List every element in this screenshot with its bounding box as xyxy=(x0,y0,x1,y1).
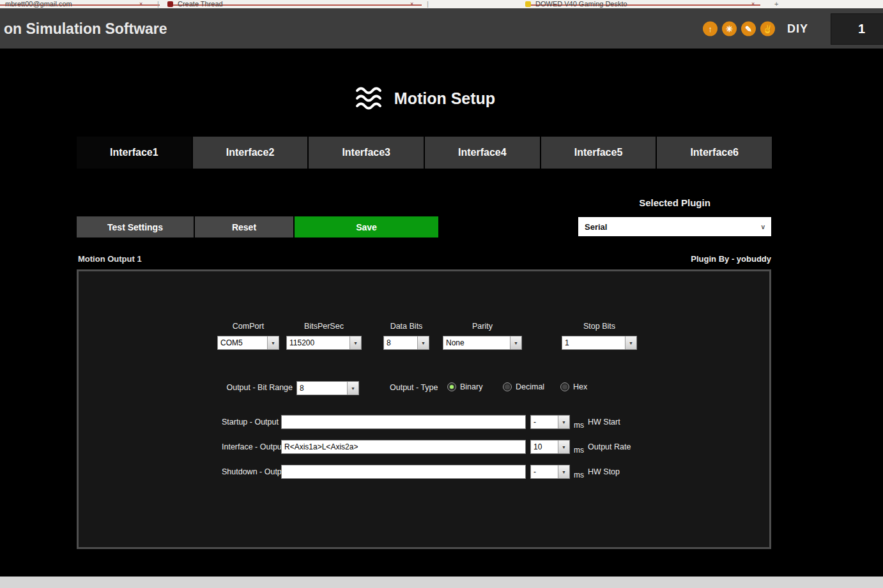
shutdown-output-input[interactable] xyxy=(281,465,526,479)
app-window: mbrett00@gmail.com × | Create Thread × |… xyxy=(0,0,883,588)
chevron-down-icon: ▼ xyxy=(351,386,355,391)
browser-tab-title[interactable]: DOWED V40 Gaming Deskto xyxy=(535,0,627,8)
selected-plugin-label: Selected Plugin xyxy=(578,197,771,208)
output-rate-label: Output Rate xyxy=(588,442,631,451)
tab-interface5[interactable]: Interface5 xyxy=(541,137,656,169)
hw-start-rate-value: - xyxy=(531,416,558,428)
combo-dropdown-button[interactable]: ▼ xyxy=(510,336,521,349)
output-rate-combo[interactable]: 10 ▼ xyxy=(530,440,570,454)
diy-label: DIY xyxy=(787,22,808,35)
databits-value: 8 xyxy=(384,336,417,349)
bitspersec-field: BitsPerSec 115200 ▼ xyxy=(286,320,362,350)
hand-icon[interactable]: ✌ xyxy=(760,21,775,36)
parity-combo[interactable]: None ▼ xyxy=(443,336,522,350)
up-arrow-icon[interactable]: ↑ xyxy=(703,21,718,36)
combo-dropdown-button[interactable]: ▼ xyxy=(417,336,429,349)
tab-interface1[interactable]: Interface1 xyxy=(77,137,192,169)
radio-decimal[interactable]: Decimal xyxy=(503,382,544,392)
plugin-select-value: Serial xyxy=(585,222,607,232)
output-rate-value: 10 xyxy=(531,441,558,453)
browser-tab-title[interactable]: Create Thread xyxy=(178,0,223,8)
gear-icon[interactable]: ✳ xyxy=(722,21,737,36)
waves-icon xyxy=(353,86,384,111)
radio-hex-label: Hex xyxy=(573,382,587,391)
radio-binary-label: Binary xyxy=(460,382,482,391)
combo-dropdown-button[interactable]: ▼ xyxy=(267,336,279,349)
page-title: Motion Setup xyxy=(394,89,495,108)
counter-box: 1 xyxy=(831,13,883,45)
bit-range-combo[interactable]: 8 ▼ xyxy=(296,381,359,395)
chevron-down-icon: ▼ xyxy=(353,341,358,345)
reset-button[interactable]: Reset xyxy=(195,216,293,237)
chevron-down-icon: v xyxy=(761,223,765,230)
comport-combo[interactable]: COM5 ▼ xyxy=(217,336,279,350)
header-icon-row: ↑ ✳ ✎ ✌ DIY xyxy=(703,21,808,36)
radio-binary-circle[interactable] xyxy=(447,382,456,391)
radio-decimal-label: Decimal xyxy=(516,382,544,391)
bitspersec-label: BitsPerSec xyxy=(286,320,362,332)
ms-unit-label: ms xyxy=(574,471,584,479)
hw-start-label: HW Start xyxy=(588,418,620,426)
tab-close-icon[interactable]: × xyxy=(751,1,755,7)
combo-dropdown-button[interactable]: ▼ xyxy=(558,465,569,478)
shutdown-output-label: Shutdown - Output xyxy=(222,467,288,476)
combo-dropdown-button[interactable]: ▼ xyxy=(625,336,636,349)
combo-dropdown-button[interactable]: ▼ xyxy=(347,382,358,395)
pencil-glyph: ✎ xyxy=(745,24,752,33)
stopbits-field: Stop Bits 1 ▼ xyxy=(562,320,637,350)
chevron-down-icon: ▼ xyxy=(562,420,566,425)
test-settings-button[interactable]: Test Settings xyxy=(77,216,194,237)
browser-tab-strip: mbrett00@gmail.com × | Create Thread × |… xyxy=(0,0,883,8)
bitspersec-combo[interactable]: 115200 ▼ xyxy=(286,336,362,350)
up-arrow-glyph: ↑ xyxy=(708,24,712,33)
tab-close-icon[interactable]: × xyxy=(410,1,413,7)
hw-stop-label: HW Stop xyxy=(588,467,620,476)
tab-separator: | xyxy=(427,0,429,8)
app-title: on Simulation Software xyxy=(4,20,167,37)
ms-unit-label: ms xyxy=(574,446,584,455)
browser-tab-title[interactable]: mbrett00@gmail.com xyxy=(5,0,72,8)
gear-glyph: ✳ xyxy=(726,24,733,33)
chevron-down-icon: ▼ xyxy=(271,341,275,345)
app-header: on Simulation Software ↑ ✳ ✎ ✌ DIY 1 xyxy=(0,8,883,49)
output-type-label: Output - Type xyxy=(390,383,438,392)
chevron-down-icon: ▼ xyxy=(514,341,518,345)
tab-favicon xyxy=(525,1,531,7)
interface-output-input[interactable] xyxy=(281,440,526,454)
new-tab-icon[interactable]: + xyxy=(774,0,778,8)
startup-output-input[interactable] xyxy=(281,415,526,429)
radio-hex-circle[interactable] xyxy=(560,382,569,391)
save-button[interactable]: Save xyxy=(295,216,438,237)
tab-interface6[interactable]: Interface6 xyxy=(657,137,772,169)
plugin-select[interactable]: Serial v xyxy=(578,217,771,236)
tab-interface3[interactable]: Interface3 xyxy=(309,137,424,169)
comport-field: ComPort COM5 ▼ xyxy=(217,320,279,350)
tab-favicon xyxy=(167,1,173,7)
hw-stop-rate-combo[interactable]: - ▼ xyxy=(530,465,570,479)
hand-glyph: ✌ xyxy=(762,24,772,33)
stopbits-value: 1 xyxy=(562,336,625,349)
comport-label: ComPort xyxy=(217,320,279,332)
parity-field: Parity None ▼ xyxy=(443,320,522,350)
tab-close-icon[interactable]: × xyxy=(139,1,142,7)
tab-interface4[interactable]: Interface4 xyxy=(425,137,540,169)
stopbits-combo[interactable]: 1 ▼ xyxy=(562,336,637,350)
tab-separator: | xyxy=(157,0,159,8)
combo-dropdown-button[interactable]: ▼ xyxy=(558,441,569,453)
bottom-edge-strip xyxy=(0,577,883,588)
databits-combo[interactable]: 8 ▼ xyxy=(383,336,429,350)
startup-output-label: Startup - Output xyxy=(222,418,279,426)
combo-dropdown-button[interactable]: ▼ xyxy=(349,336,361,349)
pencil-icon[interactable]: ✎ xyxy=(741,21,756,36)
combo-dropdown-button[interactable]: ▼ xyxy=(558,416,569,428)
parity-value: None xyxy=(443,336,510,349)
chevron-down-icon: ▼ xyxy=(629,341,633,345)
radio-hex[interactable]: Hex xyxy=(560,382,587,392)
bit-range-label: Output - Bit Range xyxy=(190,383,293,392)
counter-value: 1 xyxy=(858,22,865,36)
tab-interface2[interactable]: Interface2 xyxy=(193,137,308,169)
radio-binary[interactable]: Binary xyxy=(447,382,482,392)
hw-start-rate-combo[interactable]: - ▼ xyxy=(530,415,570,429)
stopbits-label: Stop Bits xyxy=(562,320,637,332)
radio-decimal-circle[interactable] xyxy=(503,382,512,391)
